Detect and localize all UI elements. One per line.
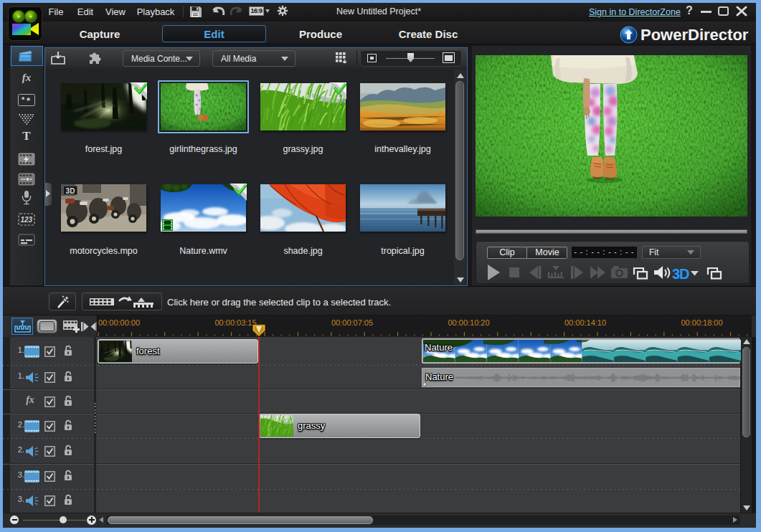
svg-text:3D: 3D [672,266,689,282]
svg-text:123: 123 [21,216,33,224]
svg-text:*: * [22,95,25,104]
svg-text:*: * [27,95,31,106]
